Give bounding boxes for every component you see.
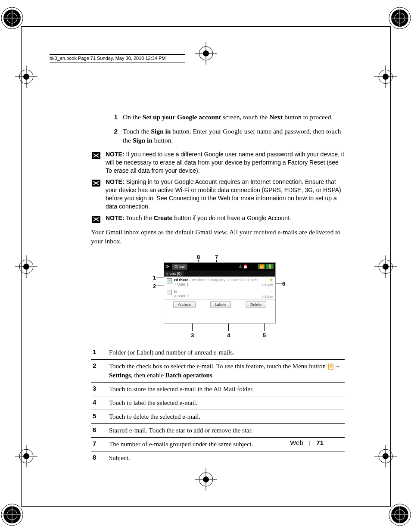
callout-5: 5 <box>263 332 266 339</box>
crosshair-icon <box>195 42 217 65</box>
callout-4: 4 <box>227 332 230 339</box>
note-icon <box>91 214 101 224</box>
inbox-label: Inbox (0) <box>164 271 184 277</box>
legend-row: 6Starred e-mail. Touch the star to add o… <box>91 423 345 437</box>
delete-button[interactable]: Delete <box>246 301 266 308</box>
page-number: 71 <box>316 439 324 446</box>
checkbox-icon[interactable]: ✓ <box>167 290 172 295</box>
labels-button[interactable]: Labels <box>210 301 231 308</box>
callout-8: 8 <box>197 254 200 260</box>
signal-icon: 📶 <box>258 264 265 269</box>
email-row-2[interactable]: ✓ hi » User 2 ☆ 6:17pm <box>164 288 275 300</box>
star-icon[interactable]: ☆ <box>269 289 273 294</box>
svg-point-27 <box>383 74 389 80</box>
registration-mark-icon <box>386 4 411 32</box>
callout-3: 3 <box>191 332 194 339</box>
legend-row: 2 Touch the check box to select the e-ma… <box>91 359 345 382</box>
step-number: 1 <box>106 113 123 122</box>
note-2: NOTE: Signing in to your Google Account … <box>91 178 345 211</box>
registration-mark-icon <box>0 4 26 32</box>
crosshair-icon <box>195 468 217 491</box>
step-2: 2 Touch the Sign in button. Enter your G… <box>106 127 345 145</box>
svg-point-23 <box>23 74 29 80</box>
registration-mark-icon <box>386 501 411 529</box>
crosshair-icon <box>15 445 37 467</box>
email-row-1[interactable]: ✓ Hi there - It's been a long day. 2009/… <box>164 277 275 288</box>
header-rule-top <box>50 54 185 55</box>
crosshair-icon <box>374 255 397 278</box>
archive-button[interactable]: Archive <box>173 301 196 308</box>
svg-point-35 <box>383 264 389 270</box>
step-1: 1 On the Set up your Google account scre… <box>106 113 345 122</box>
crosshair-icon <box>374 65 397 88</box>
legend-table: 1Folder (or Label) and number of unread … <box>91 346 345 465</box>
header-text: bk0_en.book Page 71 Sunday, May 30, 2010… <box>50 56 166 61</box>
note-text: NOTE: Signing in to your Google Account … <box>106 178 345 211</box>
status-bar: ⟳ Gmail ⚠ ⏰ 📶 🔋 <box>164 263 275 271</box>
crosshair-icon <box>374 445 397 467</box>
checkbox-icon[interactable]: ✓ <box>167 278 172 283</box>
battery-icon: 🔋 <box>266 264 274 269</box>
page-footer: Web | 71 <box>290 439 324 447</box>
svg-point-39 <box>23 453 29 459</box>
button-row: Archive Labels Delete <box>164 300 275 309</box>
footer-section: Web <box>290 439 303 446</box>
legend-row: 8Subject. <box>91 451 345 465</box>
sync-icon: ⟳ <box>166 264 169 269</box>
callout-7: 7 <box>215 254 218 260</box>
note-text: NOTE: Touch the Create button if you do … <box>106 214 345 224</box>
alarm-icon: ⏰ <box>243 264 248 269</box>
legend-row: 3Touch to store the selected e-mail in t… <box>91 382 345 396</box>
crosshair-icon <box>15 255 37 278</box>
intro-paragraph: Your Gmail inbox opens as the default Gm… <box>91 228 345 246</box>
svg-point-31 <box>23 264 29 270</box>
phone-screenshot: ⟳ Gmail ⚠ ⏰ 📶 🔋 Inbox (0) ✓ <box>164 262 276 324</box>
svg-point-43 <box>383 453 389 459</box>
svg-point-47 <box>203 50 209 56</box>
content-area: 1 On the Set up your Google account scre… <box>106 113 345 465</box>
registration-mark-icon <box>0 501 26 529</box>
step-number: 2 <box>106 127 123 145</box>
callout-2: 2 <box>153 283 156 289</box>
legend-row: 5Touch to delete the selected e-mail. <box>91 410 345 423</box>
gmail-tab: Gmail <box>172 264 187 270</box>
step-text: On the Set up your Google account screen… <box>123 113 345 122</box>
svg-point-51 <box>203 476 209 482</box>
callout-1: 1 <box>153 274 156 281</box>
legend-row: 1Folder (or Label) and number of unread … <box>91 346 345 360</box>
crosshair-icon <box>15 65 37 88</box>
note-3: NOTE: Touch the Create button if you do … <box>91 214 345 224</box>
header-rule-bottom <box>50 62 185 62</box>
callout-6: 6 <box>282 280 285 287</box>
step-text: Touch the Sign in button. Enter your Goo… <box>123 127 345 145</box>
note-1: NOTE: If you need to use a different Goo… <box>91 150 345 175</box>
page-frame: bk0_en.book Page 71 Sunday, May 30, 2010… <box>21 26 391 507</box>
warning-icon: ⚠ <box>239 264 242 269</box>
note-icon <box>91 150 101 175</box>
menu-icon <box>328 364 333 370</box>
note-text: NOTE: If you need to use a different Goo… <box>106 150 345 175</box>
star-icon[interactable]: ★ <box>269 277 273 282</box>
legend-row: 4Touch to label the selected e-mail. <box>91 396 345 410</box>
gmail-figure: 8 7 1 2 6 3 4 5 ⟳ Gmail <box>129 254 310 340</box>
note-icon <box>91 178 101 211</box>
